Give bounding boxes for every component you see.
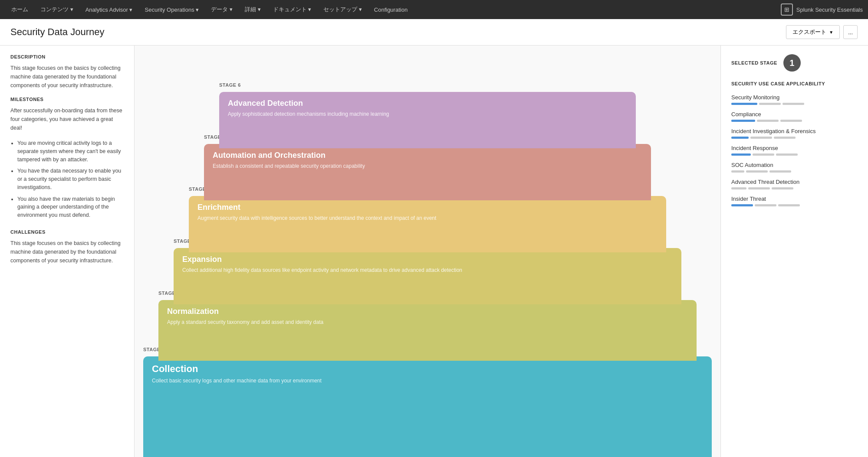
use-case-bars <box>731 153 858 156</box>
stage-number-circle: 1 <box>783 54 801 72</box>
brand: ⊞ Splunk Security Essentials <box>781 3 863 16</box>
use-cases-container: Security MonitoringComplianceIncident In… <box>731 94 858 206</box>
stage-block-s5[interactable]: STAGE 5Automation and OrchestrationEstab… <box>204 144 651 200</box>
progress-bar <box>759 103 781 105</box>
nav-item-data[interactable]: データ ▾ <box>205 0 239 19</box>
progress-bar <box>757 120 779 122</box>
stage-title-s5: Automation and Orchestration <box>213 151 642 160</box>
milestones-list: You are moving critical activity logs to… <box>10 139 124 219</box>
progress-bar <box>778 204 800 206</box>
stage-desc-s1: Collect basic security logs and other ma… <box>152 377 703 385</box>
center-panel: STAGE 1CollectionCollect basic security … <box>135 46 720 457</box>
progress-bar <box>776 153 798 156</box>
stage-desc-s2: Apply a standard security taxonomy and a… <box>167 319 688 326</box>
nav-item-security-ops[interactable]: Security Operations ▾ <box>139 0 205 19</box>
stage-block-s1[interactable]: STAGE 1CollectionCollect basic security … <box>143 356 712 457</box>
progress-bar <box>750 137 772 139</box>
stage-desc-s6: Apply sophisticated detection mechanisms… <box>228 111 627 118</box>
stage-block-s3[interactable]: STAGE 3ExpansionCollect additional high … <box>174 248 681 304</box>
use-case-name: Security Monitoring <box>731 94 858 101</box>
use-case-bars <box>731 187 858 189</box>
selected-stage-label: SELECTED STAGE <box>731 60 777 65</box>
use-case-name: Incident Response <box>731 145 858 151</box>
nav-item-analytics[interactable]: Analytics Advisor ▾ <box>79 0 139 19</box>
use-case-item: Insider Threat <box>731 196 858 206</box>
stage-desc-s4: Augment security data with intelligence … <box>197 215 658 222</box>
milestone-item: You have the data necessary to enable yo… <box>17 167 124 191</box>
progress-bar <box>731 137 749 139</box>
page-title: Security Data Journey <box>10 26 104 38</box>
use-case-bars <box>731 137 858 139</box>
use-case-name: Advanced Threat Detection <box>731 179 858 185</box>
use-case-item: Incident Response <box>731 145 858 156</box>
use-case-item: Security Monitoring <box>731 94 858 105</box>
progress-bar <box>746 170 768 173</box>
nav-item-setup[interactable]: セットアップ ▾ <box>317 0 368 19</box>
export-label: エクスポート <box>792 28 826 36</box>
stage-desc-s3: Collect additional high fidelity data so… <box>182 267 673 274</box>
progress-bar <box>748 187 770 189</box>
use-case-name: Compliance <box>731 111 858 118</box>
right-panel: SELECTED STAGE 1 SECURITY USE CASE APPLI… <box>720 46 868 457</box>
description-text: This stage focuses on the basics by coll… <box>10 64 124 90</box>
milestone-item: You are moving critical activity logs to… <box>17 139 124 163</box>
stage-block-s2[interactable]: STAGE 2NormalizationApply a standard sec… <box>158 300 697 361</box>
nav-item-home[interactable]: ホーム <box>5 0 34 19</box>
use-case-title: SECURITY USE CASE APPLICABILITY <box>731 81 858 86</box>
progress-bar <box>774 137 796 139</box>
use-case-bars <box>731 120 858 122</box>
challenges-title: CHALLENGES <box>10 229 124 235</box>
stage-desc-s5: Establish a consistent and repeatable se… <box>213 163 642 170</box>
main-nav: ホームコンテンツ ▾Analytics Advisor ▾Security Op… <box>0 0 868 19</box>
nav-item-contents[interactable]: コンテンツ ▾ <box>34 0 79 19</box>
progress-bar <box>731 170 744 173</box>
stage-title-s2: Normalization <box>167 307 688 316</box>
page-actions: エクスポート ▼ ... <box>786 25 858 39</box>
use-case-bars <box>731 103 858 105</box>
description-title: DESCRIPTION <box>10 54 124 59</box>
stage-title-s3: Expansion <box>182 255 673 264</box>
progress-bar <box>731 204 753 206</box>
left-panel: DESCRIPTION This stage focuses on the ba… <box>0 46 135 457</box>
brand-icon: ⊞ <box>781 3 793 16</box>
nav-item-details[interactable]: 詳細 ▾ <box>239 0 267 19</box>
main-content: DESCRIPTION This stage focuses on the ba… <box>0 46 868 457</box>
progress-bar <box>731 187 746 189</box>
page-header: Security Data Journey エクスポート ▼ ... <box>0 19 868 46</box>
stage-label-s6: STAGE 6 <box>219 82 241 88</box>
use-case-item: SOC Automation <box>731 162 858 173</box>
use-case-bars <box>731 170 858 173</box>
export-button[interactable]: エクスポート ▼ <box>786 25 840 39</box>
progress-bar <box>731 153 751 156</box>
milestones-title: MILESTONES <box>10 97 124 102</box>
more-button[interactable]: ... <box>843 25 858 39</box>
progress-bar <box>753 153 774 156</box>
progress-bar <box>780 120 802 122</box>
use-case-item: Incident Investigation & Forensics <box>731 128 858 139</box>
stage-block-s4[interactable]: STAGE 4EnrichmentAugment security data w… <box>189 196 666 252</box>
use-case-item: Advanced Threat Detection <box>731 179 858 189</box>
progress-bar <box>769 170 791 173</box>
stage-title-s4: Enrichment <box>197 203 658 212</box>
progress-bar <box>731 120 755 122</box>
stage-block-s6[interactable]: STAGE 6Advanced DetectionApply sophistic… <box>219 92 636 148</box>
stage-title-s1: Collection <box>152 363 703 375</box>
nav-items: ホームコンテンツ ▾Analytics Advisor ▾Security Op… <box>5 0 781 19</box>
nav-item-config[interactable]: Configuration <box>368 0 414 19</box>
nav-item-docs[interactable]: ドキュメント ▾ <box>267 0 318 19</box>
progress-bar <box>783 103 804 105</box>
brand-label: Splunk Security Essentials <box>796 7 863 13</box>
use-case-name: Insider Threat <box>731 196 858 202</box>
progress-bar <box>772 187 793 189</box>
use-case-bars <box>731 204 858 206</box>
export-arrow-icon: ▼ <box>829 30 833 35</box>
milestone-item: You also have the raw materials to begin… <box>17 195 124 219</box>
selected-stage-header: SELECTED STAGE 1 <box>731 54 858 72</box>
funnel-container: STAGE 1CollectionCollect basic security … <box>143 54 712 457</box>
challenges-text: This stage focuses on the basics by coll… <box>10 239 124 265</box>
progress-bar <box>755 204 776 206</box>
use-case-name: Incident Investigation & Forensics <box>731 128 858 134</box>
use-case-item: Compliance <box>731 111 858 122</box>
more-label: ... <box>848 29 853 36</box>
use-case-name: SOC Automation <box>731 162 858 168</box>
